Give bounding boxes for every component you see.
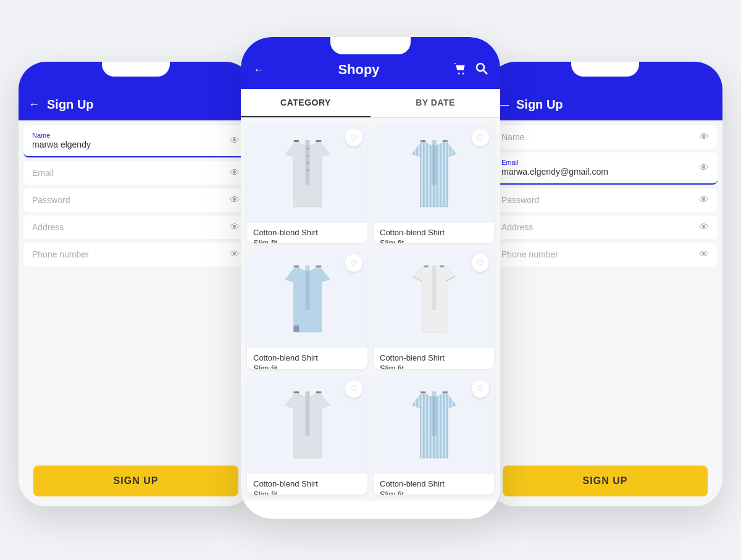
right-address-placeholder: Address [501,222,533,232]
right-name-placeholder: Name [501,132,524,142]
right-email-field[interactable]: Email marwa.elgendy@gmail.com 👁 [493,153,718,185]
right-signup-button[interactable]: SIGN UP [503,466,708,496]
product-name: Cotton-blend ShirtSlim fit [253,353,361,369]
left-email-eye-icon[interactable]: 👁 [230,167,240,178]
left-phone-content: ← Sign Up Name marwa elgendy 👁 Email 👁 [19,62,253,506]
svg-rect-9 [293,140,299,142]
center-cart-button[interactable] [453,62,467,78]
product-info: Cotton-blend ShirtSlim fit $135 $90 [374,223,494,243]
left-email-placeholder: Email [32,168,54,178]
svg-rect-18 [293,265,299,267]
center-phone-header: ← Shopy [241,56,500,89]
center-header-icons [453,62,488,78]
svg-rect-16 [305,265,309,310]
right-email-eye-icon[interactable]: 👁 [699,162,709,173]
right-phone-title: Sign Up [516,98,563,112]
right-address-field[interactable]: Address 👁 [493,215,718,239]
left-email-field[interactable]: Email 👁 [23,161,248,185]
tab-by-date[interactable]: BY DATE [371,89,500,117]
right-email-label: Email [501,159,608,166]
product-info: Cotton-blend ShirtSlim fit $135 $90 [247,348,367,369]
left-phone-form: Name marwa elgendy 👁 Email 👁 Password 👁 [19,120,253,456]
left-phone-eye-icon[interactable]: 👁 [230,249,240,260]
scene: ← Sign Up Name marwa elgendy 👁 Email 👁 [0,0,741,560]
svg-rect-22 [440,265,444,267]
right-phone-eye-icon[interactable]: 👁 [699,249,709,260]
heart-button[interactable]: ♡ [472,129,489,146]
product-name: Cotton-blend ShirtSlim fit [380,228,488,243]
product-name: Cotton-blend ShirtSlim fit [253,479,361,495]
svg-rect-31 [420,391,425,393]
product-name: Cotton-blend ShirtSlim fit [253,228,361,243]
left-name-label: Name [32,132,91,139]
svg-rect-26 [293,391,299,393]
left-back-icon[interactable]: ← [28,98,40,111]
left-name-eye-icon[interactable]: 👁 [230,135,240,146]
product-image: ♡ [374,124,494,223]
products-grid: ♡ Cotton-blend Shirt [241,118,500,501]
svg-rect-30 [432,391,436,436]
left-address-eye-icon[interactable]: 👁 [230,222,240,233]
product-image: ♡ [374,249,494,348]
svg-point-7 [306,162,309,164]
product-card[interactable]: ♡ Cotton-blend Shirt [374,249,494,369]
center-back-button[interactable]: ← [253,64,264,77]
center-search-button[interactable] [475,62,488,78]
right-phone-placeholder: Phone number [501,249,558,259]
svg-rect-13 [432,140,436,185]
left-address-field[interactable]: Address 👁 [23,215,248,239]
product-image: ♡ [247,249,367,348]
product-image: ♡ [247,375,367,474]
svg-rect-21 [424,265,428,267]
right-address-eye-icon[interactable]: 👁 [699,222,709,233]
svg-point-0 [458,72,459,74]
svg-rect-14 [420,140,425,142]
left-password-field[interactable]: Password 👁 [23,188,248,212]
product-card[interactable]: ♡ Cotton-blend ShirtSlim fit [247,249,367,369]
left-signup-button[interactable]: SIGN UP [33,466,238,496]
left-phone-field[interactable]: Phone number 👁 [23,243,248,266]
heart-button[interactable]: ♡ [345,380,362,398]
product-card[interactable]: ♡ [374,375,494,495]
heart-button[interactable]: ♡ [472,254,489,272]
svg-rect-17 [293,326,299,333]
left-name-value: marwa elgendy [32,140,91,149]
product-image: ♡ [374,375,494,474]
heart-button[interactable]: ♡ [345,254,362,272]
right-phone-field[interactable]: Phone number 👁 [493,243,718,266]
svg-rect-10 [316,140,321,142]
center-phone-inner: ← Shopy [241,37,500,519]
right-name-eye-icon[interactable]: 👁 [699,132,709,143]
product-info: Cotton-blend ShirtSlim fit $135 $90 [374,348,494,369]
left-password-eye-icon[interactable]: 👁 [230,194,240,206]
right-email-value: marwa.elgendy@gmail.com [501,167,608,177]
heart-button[interactable]: ♡ [472,380,489,398]
left-phone: ← Sign Up Name marwa elgendy 👁 Email 👁 [19,62,253,506]
right-password-placeholder: Password [501,195,539,205]
right-name-field[interactable]: Name 👁 [493,125,718,149]
right-phone-form: Name 👁 Email marwa.elgendy@gmail.com 👁 P… [488,120,722,456]
svg-rect-15 [442,140,448,142]
right-phone: — Sign Up Name 👁 Email marwa.elgendy@gma… [488,62,722,506]
right-password-field[interactable]: Password 👁 [493,188,718,212]
left-phone-title: Sign Up [47,98,94,112]
svg-point-2 [477,64,484,71]
center-app-title: Shopy [338,62,379,78]
product-card[interactable]: ♡ Cotton-blend ShirtSlim fit $135 $90 [247,375,367,495]
center-phone: ← Shopy [241,37,500,519]
svg-point-6 [306,154,309,157]
product-info: Cotton-blend ShirtSlim fit $135 $90 [247,474,367,495]
svg-rect-27 [316,391,321,393]
tab-category[interactable]: CATEGORY [241,89,371,117]
svg-point-1 [462,72,464,74]
product-card[interactable]: ♡ Cotton-blend Shirt [247,124,367,243]
svg-rect-19 [316,265,321,267]
svg-point-5 [306,148,309,150]
heart-button[interactable]: ♡ [345,129,362,146]
product-info: Cotton-blend ShirtSlim fit $135 $90 [374,474,494,495]
left-name-field[interactable]: Name marwa elgendy 👁 [23,125,248,157]
svg-line-3 [484,70,487,74]
product-card[interactable]: ♡ [374,124,494,243]
product-image: ♡ [247,124,367,223]
right-password-eye-icon[interactable]: 👁 [699,194,709,206]
